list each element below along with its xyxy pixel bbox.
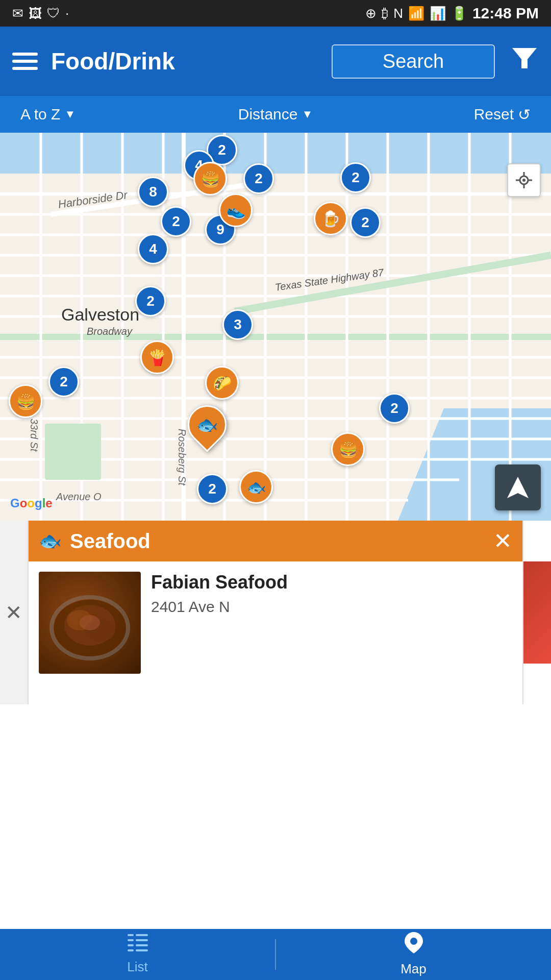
cluster-pin-2b[interactable]: 2 [243,163,274,194]
svg-text:Broadway: Broadway [87,326,133,337]
svg-point-51 [80,615,100,630]
sort-distance-label: Distance [238,106,298,123]
svg-rect-55 [128,939,134,941]
svg-marker-0 [512,48,537,68]
dot-icon: · [65,6,69,21]
fish-selected-pin[interactable]: 🐟 [188,405,227,444]
sort-az-arrow: ▼ [64,108,76,121]
bluetooth-icon: ₿ [382,6,388,21]
nav-map-label: Map [400,961,427,977]
svg-rect-57 [128,944,134,946]
svg-rect-56 [136,939,148,941]
svg-rect-60 [136,949,148,951]
image-icon: 🖼 [29,6,42,21]
sort-az-button[interactable]: A to Z ▼ [20,106,180,123]
cluster-pin-2g[interactable]: 2 [48,366,79,397]
filter-button[interactable] [510,44,539,79]
beer-pin[interactable]: 🍺 [314,202,347,235]
sort-bar: A to Z ▼ Distance ▼ Reset ↺ [0,96,551,133]
card-header: 🐟 Seafood ✕ [29,521,522,561]
list-icon [128,934,148,956]
right-card-image [523,561,551,664]
cluster-pin-4[interactable]: 4 [138,234,168,264]
status-bar: ✉ 🖼 🛡 · ⊕ ₿ N 📶 📊 🔋 12:48 PM [0,0,551,27]
mail-icon: ✉ [12,6,23,21]
cluster-pin-2i[interactable]: 2 [197,474,228,504]
google-watermark: Google [10,496,53,510]
svg-marker-46 [507,477,529,498]
status-time: 12:48 PM [472,5,539,22]
card-info: Fabian Seafood 2401 Ave N [151,572,512,616]
bottom-navigation: List Map [0,929,551,980]
left-close-icon: ✕ [5,601,22,624]
header-title: Food/Drink [51,47,321,75]
restaurant-name: Fabian Seafood [151,572,512,593]
svg-text:Roseberg St: Roseberg St [177,429,188,486]
sort-distance-button[interactable]: Distance ▼ [180,106,371,123]
svg-rect-59 [128,949,134,951]
nav-map-tab[interactable]: Map [276,929,551,980]
card-content: Fabian Seafood 2401 Ave N [29,561,522,704]
svg-text:Galveston: Galveston [61,305,139,324]
svg-rect-53 [128,934,134,936]
cluster-pin-2h[interactable]: 2 [379,393,410,424]
status-right-icons: ⊕ ₿ N 📶 📊 🔋 12:48 PM [365,5,539,22]
burger-pin-3[interactable]: 🍔 [331,432,365,466]
map-container[interactable]: Harborside Dr Broadway Texas State Highw… [0,133,551,521]
cluster-pin-2e[interactable]: 2 [350,207,381,238]
card-category-title: Seafood [70,530,151,553]
card-close-button[interactable]: ✕ [493,530,512,552]
burger-pin-1[interactable]: 🍔 [193,162,227,195]
cluster-pin-3[interactable]: 3 [222,309,253,340]
app-header: Food/Drink Search [0,27,551,96]
hamburger-menu-button[interactable] [12,53,41,70]
search-input[interactable]: Search [332,44,495,79]
reset-icon: ↺ [518,106,531,124]
burger-pin-2[interactable]: 🍔 [9,384,42,418]
location-icon: ⊕ [365,6,377,21]
seafood-category-icon: 🐟 [39,530,62,552]
svg-point-61 [410,938,417,945]
fish-pin[interactable]: 🐟 [239,470,273,504]
svg-rect-32 [45,424,101,480]
svg-rect-54 [136,934,148,936]
battery-icon: 🔋 [451,6,467,21]
map-streets-svg: Harborside Dr Broadway Texas State Highw… [0,133,551,521]
restaurant-address: 2401 Ave N [151,598,512,616]
nav-list-label: List [127,959,147,975]
signal-icon: 📊 [430,6,446,21]
svg-text:Avenue O: Avenue O [56,491,102,502]
sort-distance-arrow: ▼ [302,108,313,121]
left-close-button[interactable]: ✕ [0,521,28,704]
reset-button[interactable]: Reset ↺ [371,106,531,124]
nav-list-tab[interactable]: List [0,929,275,980]
fries-pin[interactable]: 🍟 [140,340,174,374]
sort-az-label: A to Z [20,106,60,123]
boot-pin[interactable]: 👟 [219,193,253,227]
navigation-button[interactable] [495,464,541,510]
right-card-peek[interactable] [523,521,551,704]
main-restaurant-card: 🐟 Seafood ✕ [28,521,523,704]
card-strip: ✕ 🐟 Seafood ✕ [0,521,551,704]
taco-pin[interactable]: 🌮 [205,366,239,400]
map-pin-nav-icon [405,932,423,958]
cluster-pin-2c[interactable]: 2 [340,162,371,193]
cluster-pin-2f[interactable]: 2 [135,286,166,316]
food-image-placeholder [39,572,141,674]
restaurant-image [39,572,141,674]
nfc-icon: N [393,6,403,21]
my-location-button[interactable] [507,163,541,197]
wifi-icon: 📶 [408,6,424,21]
status-left-icons: ✉ 🖼 🛡 · [12,6,69,21]
svg-point-45 [522,179,525,182]
svg-text:33rd St: 33rd St [29,419,40,452]
card-header-left: 🐟 Seafood [39,530,151,553]
cluster-pin-8[interactable]: 8 [138,177,168,207]
shield-icon: 🛡 [47,6,60,21]
reset-label: Reset [474,106,514,123]
svg-rect-58 [136,944,148,946]
cluster-pin-2d[interactable]: 2 [161,206,191,237]
